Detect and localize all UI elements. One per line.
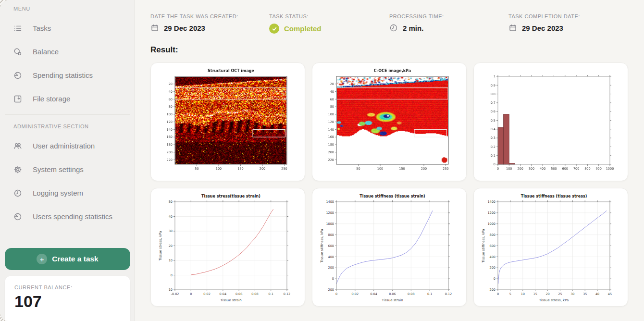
- svg-text:1200: 1200: [326, 211, 334, 215]
- balance-icon: [13, 48, 22, 56]
- chart-svg: 5010015020025020406080100120140160180200…: [151, 63, 305, 181]
- svg-text:Tissue stiffness, kPa: Tissue stiffness, kPa: [482, 229, 485, 263]
- result-heading: Result:: [150, 45, 644, 55]
- svg-text:Tissue strain: Tissue strain: [220, 298, 241, 302]
- sidebar-item-tasks[interactable]: Tasks: [0, 16, 135, 40]
- svg-text:40: 40: [169, 215, 173, 219]
- sidebar-item-label: Spending statistics: [33, 71, 93, 79]
- task-status-value: Completed: [284, 25, 322, 33]
- svg-text:20: 20: [330, 82, 334, 86]
- svg-text:120: 120: [167, 120, 173, 124]
- sidebar-item-balance[interactable]: Balance: [0, 40, 135, 63]
- svg-text:80: 80: [169, 105, 173, 109]
- admin-section-label: ADMINISTRATIVE SECTION: [13, 123, 135, 129]
- menu-section-label: MENU: [13, 6, 135, 12]
- svg-text:0.8: 0.8: [491, 92, 495, 96]
- svg-text:180: 180: [167, 143, 173, 147]
- svg-text:10: 10: [169, 259, 173, 262]
- svg-text:25: 25: [558, 292, 562, 296]
- file-storage-icon: [13, 95, 22, 103]
- svg-text:220: 220: [328, 158, 334, 162]
- svg-text:150: 150: [237, 167, 243, 171]
- svg-text:200: 200: [421, 167, 427, 171]
- processing-time-field: PROCESSING TIME: 2 min.: [389, 13, 508, 34]
- svg-text:60: 60: [330, 98, 334, 101]
- svg-text:100: 100: [377, 167, 383, 171]
- result-card-stiffness-strain: 00.020.040.060.080.10.12-200020040060080…: [312, 188, 467, 307]
- svg-text:-10: -10: [167, 288, 173, 292]
- svg-text:60: 60: [169, 98, 173, 101]
- svg-text:-200: -200: [327, 288, 334, 292]
- field-label: DATE THE TASK WAS CREATED:: [150, 13, 269, 19]
- svg-text:-200: -200: [488, 288, 495, 292]
- sidebar-item-file-storage[interactable]: File storage: [0, 87, 135, 111]
- svg-text:0.08: 0.08: [251, 292, 258, 296]
- admin-menu: User administration System settings Logg…: [0, 134, 135, 228]
- sidebar-item-user-administration[interactable]: User administration: [0, 134, 135, 158]
- svg-text:140: 140: [328, 128, 334, 132]
- svg-text:800: 800: [584, 167, 590, 171]
- svg-text:1000: 1000: [487, 222, 495, 226]
- plot-stress-strain: -0.0200.020.040.060.080.10.12-1001020304…: [151, 188, 305, 306]
- pie-chart-icon: [13, 71, 22, 80]
- svg-text:0.06: 0.06: [235, 292, 242, 296]
- pie-chart-icon: [13, 212, 22, 221]
- chart-svg: -0.0200.020.040.060.080.10.12-1001020304…: [151, 188, 305, 307]
- sidebar-item-logging-system[interactable]: Logging system: [0, 181, 135, 205]
- svg-text:20: 20: [545, 292, 549, 296]
- check-icon: [272, 26, 277, 32]
- svg-text:0.1: 0.1: [269, 292, 273, 296]
- svg-text:50: 50: [195, 167, 198, 171]
- sidebar-item-spending-statistics[interactable]: Spending statistics: [0, 63, 135, 87]
- app-window: MENU Tasks Balance Spending statistics: [0, 0, 644, 321]
- sidebar-item-system-settings[interactable]: System settings: [0, 158, 135, 181]
- sidebar-item-users-spending-statistics[interactable]: Users spending statistics: [0, 205, 135, 228]
- svg-text:200: 200: [167, 150, 173, 154]
- svg-text:160: 160: [328, 135, 334, 139]
- task-completion-value: 29 Dec 2023: [522, 24, 563, 32]
- svg-text:Tissue stiffness, kPa: Tissue stiffness, kPa: [320, 229, 324, 263]
- plot-stiffness-stress: 051015202530354045-200020040060080010001…: [474, 188, 628, 306]
- chart-svg: 051015202530354045-200020040060080010001…: [474, 188, 628, 307]
- svg-text:1400: 1400: [487, 200, 495, 204]
- task-status-field: TASK STATUS: Completed: [269, 13, 389, 34]
- current-balance-card: CURRENT BALANCE: 107: [5, 276, 130, 321]
- svg-text:0: 0: [494, 277, 495, 281]
- svg-text:Tissue stress(tissue strain): Tissue stress(tissue strain): [201, 194, 260, 198]
- svg-text:20: 20: [169, 82, 173, 86]
- clock-icon: [389, 24, 398, 32]
- svg-text:1400: 1400: [326, 200, 334, 204]
- svg-text:1200: 1200: [487, 211, 495, 215]
- users-icon: [13, 142, 22, 150]
- svg-text:Tissue stiffness (tissue strai: Tissue stiffness (tissue strain): [359, 194, 425, 198]
- main-menu: Tasks Balance Spending statistics File s…: [0, 16, 135, 111]
- sidebar-item-label: Balance: [33, 48, 59, 56]
- svg-text:5: 5: [509, 292, 511, 296]
- svg-text:0: 0: [171, 273, 173, 277]
- svg-text:140: 140: [167, 128, 173, 132]
- svg-text:0.02: 0.02: [203, 292, 210, 296]
- svg-text:40: 40: [595, 292, 599, 296]
- calendar-icon: [508, 24, 517, 32]
- result-card-stiffness-histogram: 0100200300400500600700800900100000.10.20…: [473, 62, 628, 181]
- create-task-button[interactable]: + Create a task: [5, 248, 130, 270]
- result-card-stiffness-stress: 051015202530354045-200020040060080010001…: [473, 188, 628, 307]
- svg-text:50: 50: [356, 167, 360, 171]
- sidebar-divider: [5, 114, 130, 115]
- svg-text:40: 40: [169, 90, 173, 94]
- svg-text:0: 0: [190, 292, 192, 296]
- chart-svg: 00.020.040.060.080.10.12-200020040060080…: [312, 188, 467, 307]
- svg-text:-0.02: -0.02: [171, 292, 179, 296]
- svg-text:0: 0: [497, 167, 499, 171]
- result-card-stress-strain: -0.0200.020.040.060.080.10.12-1001020304…: [150, 188, 305, 307]
- svg-text:0.02: 0.02: [352, 292, 359, 296]
- balance-label: CURRENT BALANCE:: [14, 284, 121, 290]
- svg-text:250: 250: [281, 167, 287, 171]
- plot-structural-oct: 5010015020025020406080100120140160180200…: [151, 63, 305, 181]
- svg-text:600: 600: [490, 244, 495, 248]
- sidebar-item-label: User administration: [33, 142, 95, 150]
- svg-text:600: 600: [328, 244, 334, 248]
- svg-text:600: 600: [562, 167, 568, 171]
- svg-text:0.04: 0.04: [370, 292, 377, 296]
- svg-text:0.4: 0.4: [491, 127, 495, 131]
